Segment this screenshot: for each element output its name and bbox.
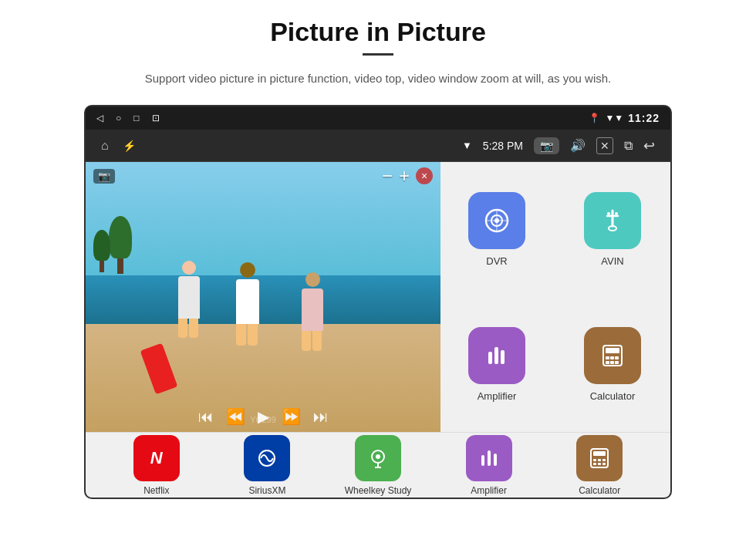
pip-minus-btn[interactable]: −	[382, 167, 393, 185]
back-nav-icon[interactable]: ◁	[96, 113, 103, 123]
calc-icon-svg	[598, 341, 627, 370]
pip-next-btn[interactable]: ⏩	[282, 407, 301, 426]
bottom-app-netflix[interactable]: N Netflix	[122, 435, 191, 496]
svg-rect-10	[488, 352, 492, 364]
svg-rect-27	[488, 450, 491, 466]
status-bar: ◁ ○ □ ⊡ 📍 ▼▼ 11:22	[86, 106, 670, 130]
svg-rect-17	[615, 356, 619, 359]
wheelkey-label: Wheelkey Study	[345, 485, 412, 496]
siriusxm-icon-svg	[255, 446, 279, 471]
app-grid-right: DVR AVIN	[439, 162, 670, 432]
app-cell-amplifier[interactable]: Amplifier	[439, 297, 555, 432]
siriusxm-icon	[244, 435, 290, 481]
nav-close-icon[interactable]: ✕	[596, 137, 613, 154]
usb-icon[interactable]: ⚡	[123, 140, 136, 152]
svg-rect-20	[615, 361, 619, 364]
bottom-app-siriusxm[interactable]: SiriusXM	[232, 435, 302, 496]
page-title: Picture in Picture	[270, 17, 486, 47]
svg-rect-34	[593, 463, 596, 465]
svg-rect-14	[606, 348, 619, 353]
svg-rect-19	[610, 361, 614, 364]
nav-bar: ⌂ ⚡ ▼ 5:28 PM 📷 🔊 ✕ ⧉ ↩	[86, 130, 670, 162]
device-frame: ◁ ○ □ ⊡ 📍 ▼▼ 11:22 ⌂ ⚡ ▼ 5:28 PM 📷 🔊	[84, 105, 672, 499]
recents-nav-icon[interactable]: □	[133, 113, 139, 123]
netflix-icon: N	[133, 435, 180, 481]
calculator-label: Calculator	[579, 485, 620, 496]
home-icon[interactable]: ⌂	[101, 139, 109, 153]
svg-rect-16	[610, 356, 614, 359]
app-cell-calculator[interactable]: Calculator	[555, 297, 670, 432]
home-nav-icon[interactable]: ○	[116, 113, 121, 123]
person-1	[178, 261, 200, 338]
amp-icon	[468, 327, 525, 384]
calculator-bottom-icon-svg	[587, 446, 612, 471]
amp-label: Amplifier	[478, 390, 517, 402]
pip-container: 📷 − + × ⏮ ⏪ ▶ ⏩	[86, 162, 440, 432]
app-cell-dvr[interactable]: DVR	[439, 162, 555, 297]
svg-rect-12	[501, 350, 505, 364]
nav-wifi-icon: ▼	[462, 140, 472, 151]
pip-prev-btn[interactable]: ⏪	[226, 407, 245, 426]
svg-rect-33	[602, 459, 606, 461]
nav-camera-btn[interactable]: 📷	[534, 137, 559, 154]
svg-point-7	[607, 212, 610, 215]
svg-rect-11	[494, 347, 498, 364]
page-container: Picture in Picture Support video picture…	[0, 0, 756, 533]
tree-2	[93, 230, 110, 272]
nav-back-icon[interactable]: ↩	[643, 137, 655, 154]
bottom-app-wheelkey[interactable]: Wheelkey Study	[343, 435, 413, 496]
pip-close-icon: ×	[421, 170, 427, 182]
calc-label: Calculator	[590, 390, 636, 402]
avin-icon	[584, 192, 641, 249]
location-icon: 📍	[589, 113, 600, 123]
nav-bar-right: ▼ 5:28 PM 📷 🔊 ✕ ⧉ ↩	[462, 137, 655, 154]
svg-rect-30	[593, 451, 606, 456]
pip-resize-controls: − + ×	[382, 167, 433, 185]
pip-close-btn[interactable]: ×	[416, 167, 433, 184]
page-subtitle: Support video picture in picture functio…	[145, 69, 611, 88]
pip-cam-icon: 📷	[93, 169, 115, 184]
wheelkey-icon	[355, 435, 401, 481]
pip-top-controls: 📷 − + ×	[86, 162, 440, 190]
nav-bar-left: ⌂ ⚡	[101, 139, 136, 153]
pip-video-content	[86, 162, 440, 432]
bottom-app-amplifier[interactable]: Amplifier	[454, 435, 524, 496]
ocean	[86, 275, 440, 329]
watermark: YC299	[250, 415, 276, 424]
calculator-bottom-icon	[576, 435, 623, 481]
title-divider	[363, 53, 393, 56]
pip-rewind-btn[interactable]: ⏮	[198, 408, 214, 426]
tree-1	[109, 216, 132, 274]
status-time: 11:22	[628, 112, 660, 124]
amplifier-icon-svg	[477, 446, 501, 471]
app-cell-avin[interactable]: AVIN	[555, 162, 670, 297]
avin-icon-svg	[598, 206, 627, 235]
person-2	[236, 262, 259, 346]
svg-rect-36	[602, 463, 606, 465]
svg-point-23	[376, 454, 380, 459]
dvr-icon-svg	[482, 206, 511, 235]
svg-point-8	[615, 212, 618, 215]
amp-icon-svg	[482, 341, 511, 370]
siriusxm-label: SiriusXM	[248, 485, 285, 496]
status-bar-right: 📍 ▼▼ 11:22	[589, 112, 660, 124]
nav-pip-icon[interactable]: ⧉	[624, 139, 633, 153]
svg-rect-35	[598, 463, 601, 465]
svg-rect-18	[606, 361, 609, 364]
svg-rect-28	[494, 454, 497, 466]
amplifier-icon	[466, 435, 512, 481]
svg-rect-26	[481, 455, 484, 466]
bottom-apps-bar: N Netflix SiriusXM	[86, 432, 670, 498]
screenshot-nav-icon[interactable]: ⊡	[152, 113, 160, 123]
svg-point-9	[609, 226, 616, 231]
svg-rect-31	[593, 459, 596, 461]
wheelkey-icon-svg	[366, 446, 390, 471]
nav-volume-icon[interactable]: 🔊	[570, 138, 586, 153]
pip-plus-btn[interactable]: +	[399, 167, 410, 185]
svg-rect-32	[598, 459, 601, 461]
netflix-label: Netflix	[143, 485, 169, 496]
bottom-app-calculator[interactable]: Calculator	[565, 435, 634, 496]
pip-video: 📷 − + × ⏮ ⏪ ▶ ⏩	[86, 162, 440, 432]
avin-label: AVIN	[601, 255, 623, 267]
pip-forward-btn[interactable]: ⏭	[313, 408, 329, 426]
